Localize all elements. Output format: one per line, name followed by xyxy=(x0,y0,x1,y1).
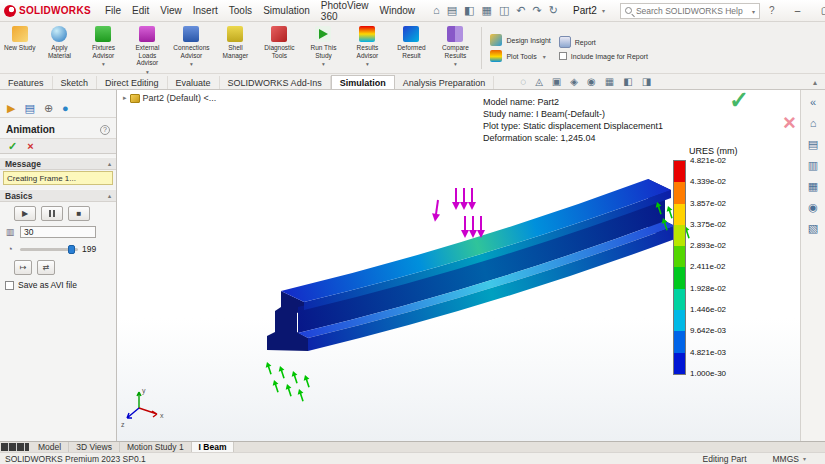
tab-motion-study-1[interactable]: Motion Study 1 xyxy=(120,442,192,452)
play-button[interactable]: ▶ xyxy=(14,206,36,221)
tab-3d-views[interactable]: 3D Views xyxy=(69,442,120,452)
ribbon-separator xyxy=(481,27,482,69)
redo-icon[interactable]: ↷ xyxy=(533,5,542,16)
plot-tools-button[interactable]: Plot Tools xyxy=(490,50,550,62)
menu-window[interactable]: Window xyxy=(374,2,420,19)
undo-icon[interactable]: ↶ xyxy=(516,5,525,16)
save-avi-checkbox[interactable] xyxy=(5,281,14,290)
results-advisor-button[interactable]: Results Advisor xyxy=(345,24,389,72)
menu-edit[interactable]: Edit xyxy=(127,2,154,19)
panel-help-icon[interactable]: ? xyxy=(100,125,110,135)
open-document-icon[interactable]: ◧ xyxy=(464,5,474,16)
tab-model[interactable]: Model xyxy=(31,442,69,452)
section-view-icon[interactable]: ◬ xyxy=(535,76,543,88)
search-input[interactable] xyxy=(636,6,746,16)
search-dropdown-icon[interactable] xyxy=(750,5,755,16)
window-controls: ? – ▢ × xyxy=(761,2,825,20)
shell-manager-button[interactable]: Shell Manager xyxy=(213,24,257,72)
run-this-study-button[interactable]: Run This Study xyxy=(301,24,345,72)
solidworks-window: SOLIDWORKS File Edit View Insert Tools S… xyxy=(0,0,825,464)
tree-expand-icon[interactable]: ▸ xyxy=(123,94,127,102)
property-manager-tab[interactable]: ⊕ xyxy=(44,102,53,114)
rebuild-icon[interactable]: ↻ xyxy=(549,5,558,16)
loop-button[interactable]: ↦ xyxy=(14,260,32,275)
tab-evaluate[interactable]: Evaluate xyxy=(168,76,220,89)
new-document-icon[interactable]: ▤ xyxy=(447,5,457,16)
diagnostic-tools-button[interactable]: Diagnostic Tools xyxy=(257,24,301,72)
tab-direct-editing[interactable]: Direct Editing xyxy=(97,76,168,89)
speed-slider[interactable] xyxy=(20,243,78,255)
file-explorer-icon[interactable]: ▥ xyxy=(808,159,818,171)
tab-features[interactable]: Features xyxy=(0,76,53,89)
hide-show-items-icon[interactable]: ◉ xyxy=(587,76,596,88)
connections-advisor-icon xyxy=(183,26,199,42)
tab-analysis-preparation[interactable]: Analysis Preparation xyxy=(395,76,495,89)
custom-properties-icon[interactable]: ▧ xyxy=(808,222,818,234)
collapse-ribbon-icon[interactable]: ▴ xyxy=(813,78,817,87)
menu-tools[interactable]: Tools xyxy=(224,2,257,19)
fixtures-advisor-button[interactable]: Fixtures Advisor xyxy=(81,24,125,72)
tab-simulation[interactable]: Simulation xyxy=(331,75,395,89)
feature-manager-tab[interactable]: ▤ xyxy=(24,102,34,114)
frames-input[interactable]: 30 xyxy=(20,226,96,238)
menu-view[interactable]: View xyxy=(155,2,187,19)
animation-header: Animation ? xyxy=(0,122,116,137)
fixtures-advisor-icon xyxy=(95,26,111,42)
appearances-icon[interactable]: ◉ xyxy=(808,201,818,213)
menu-file[interactable]: File xyxy=(100,2,126,19)
confirm-ok-icon[interactable]: ✓ xyxy=(729,86,749,114)
restore-button[interactable]: ▢ xyxy=(812,2,825,20)
results-advisor-icon xyxy=(359,26,375,42)
stop-button[interactable]: ■ xyxy=(68,206,90,221)
message-section-header[interactable]: Message ▴ xyxy=(0,157,116,170)
panel-ok-icon[interactable]: ✓ xyxy=(8,140,17,153)
menu-insert[interactable]: Insert xyxy=(188,2,223,19)
apply-material-button[interactable]: Apply Material xyxy=(37,24,81,72)
resources-icon[interactable]: ⌂ xyxy=(810,117,817,129)
tab-sketch[interactable]: Sketch xyxy=(53,76,98,89)
apply-scene-icon[interactable]: ◧ xyxy=(623,76,632,88)
external-loads-advisor-button[interactable]: External Loads Advisor xyxy=(125,24,169,72)
include-image-checkbox[interactable] xyxy=(559,52,567,60)
include-image-checkbox-row[interactable]: Include Image for Report xyxy=(559,52,648,60)
reciprocate-button[interactable]: ⇄ xyxy=(37,260,55,275)
new-study-icon xyxy=(12,26,28,42)
tab-solidworks-add-ins[interactable]: SOLIDWORKS Add-Ins xyxy=(220,76,331,89)
design-library-icon[interactable]: ▤ xyxy=(808,138,818,150)
deformed-result-button[interactable]: Deformed Result xyxy=(389,24,433,72)
graphics-viewport[interactable]: y x z ▸ Part2 (Default) <... Model name:… xyxy=(117,90,800,441)
feature-tree-flyout[interactable]: ▸ Part2 (Default) <... xyxy=(123,93,216,103)
save-icon[interactable]: ▦ xyxy=(482,5,492,16)
display-style-icon[interactable]: ◈ xyxy=(570,76,578,88)
print-icon[interactable]: ◫ xyxy=(499,5,509,16)
shell-manager-icon xyxy=(227,26,243,42)
animation-manager-tab[interactable]: ▶ xyxy=(7,102,15,114)
design-insight-button[interactable]: Design Insight xyxy=(490,34,550,46)
pane-splitter-handle[interactable] xyxy=(1,443,29,451)
slider-thumb[interactable] xyxy=(68,245,75,254)
view-palette-icon[interactable]: ▦ xyxy=(808,180,818,192)
minimize-button[interactable]: – xyxy=(784,2,810,20)
edit-appearance-icon[interactable]: ▦ xyxy=(605,76,614,88)
menu-simulation[interactable]: Simulation xyxy=(258,2,315,19)
view-settings-icon[interactable]: ◨ xyxy=(642,76,651,88)
home-icon[interactable]: ⌂ xyxy=(433,5,440,16)
tab-i-beam-study[interactable]: I Beam xyxy=(192,442,235,452)
taskpane-collapse-icon[interactable]: « xyxy=(810,96,816,108)
document-title[interactable]: Part2 xyxy=(573,5,605,16)
compare-results-button[interactable]: Compare Results xyxy=(433,24,477,72)
basics-section-header[interactable]: Basics ▴ xyxy=(0,189,116,202)
pause-button[interactable] xyxy=(41,206,63,221)
connections-advisor-button[interactable]: Connections Advisor xyxy=(169,24,213,72)
zoom-to-fit-icon[interactable]: ◌ xyxy=(520,76,526,88)
help-icon[interactable]: ? xyxy=(761,5,783,16)
panel-cancel-icon[interactable]: × xyxy=(27,140,33,152)
display-manager-tab[interactable]: ● xyxy=(62,102,69,114)
confirm-cancel-icon[interactable]: × xyxy=(783,110,796,136)
new-study-button[interactable]: New Study xyxy=(2,24,37,72)
report-button[interactable]: Report xyxy=(559,36,648,48)
units-selector[interactable]: MMGS xyxy=(773,454,820,464)
menu-photoview[interactable]: PhotoView 360 xyxy=(316,0,374,25)
view-orientation-icon[interactable]: ▣ xyxy=(552,76,561,88)
save-avi-row[interactable]: Save as AVI file xyxy=(0,280,116,290)
